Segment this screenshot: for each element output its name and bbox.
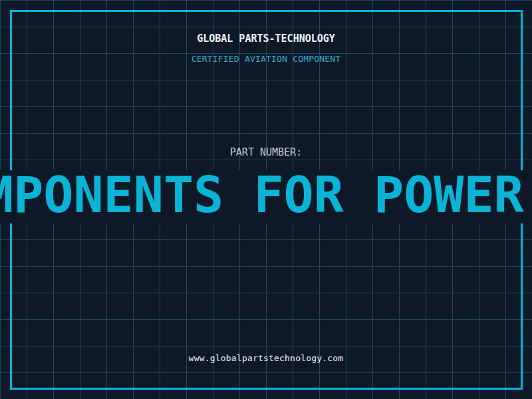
marquee-band: MPONENTS FOR POWER — [0, 170, 532, 223]
part-number-label: PART NUMBER: — [0, 146, 532, 158]
website-url: www.globalpartstechnology.com — [0, 353, 532, 363]
company-title: GLOBAL PARTS-TECHNOLOGY — [0, 33, 532, 45]
marquee-text: MPONENTS FOR POWER — [0, 170, 524, 221]
certification-subtitle: CERTIFIED AVIATION COMPONENT — [0, 54, 532, 64]
